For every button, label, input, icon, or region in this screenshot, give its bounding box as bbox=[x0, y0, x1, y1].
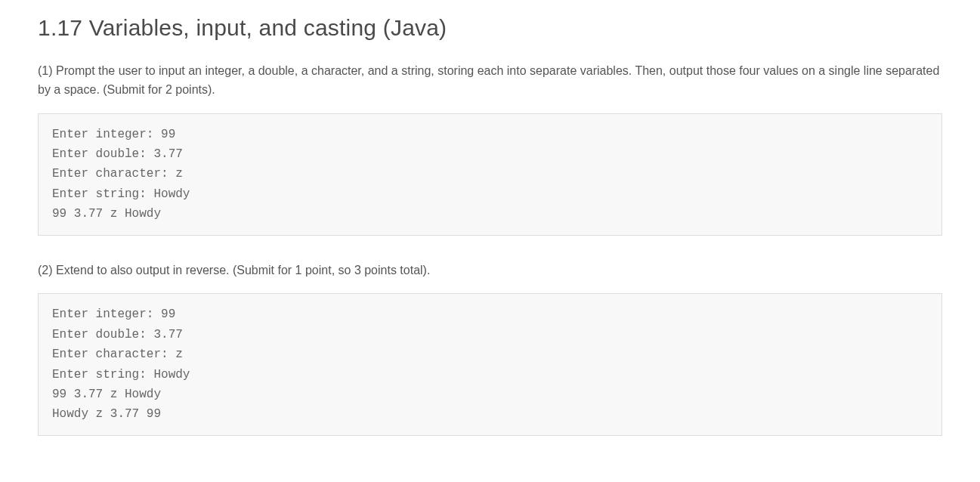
part-2-instruction: (2) Extend to also output in reverse. (S… bbox=[38, 261, 942, 280]
part-1-code-sample: Enter integer: 99 Enter double: 3.77 Ent… bbox=[38, 113, 942, 236]
part-1-instruction: (1) Prompt the user to input an integer,… bbox=[38, 62, 942, 100]
part-2-code-sample: Enter integer: 99 Enter double: 3.77 Ent… bbox=[38, 293, 942, 435]
page-title: 1.17 Variables, input, and casting (Java… bbox=[38, 15, 942, 41]
